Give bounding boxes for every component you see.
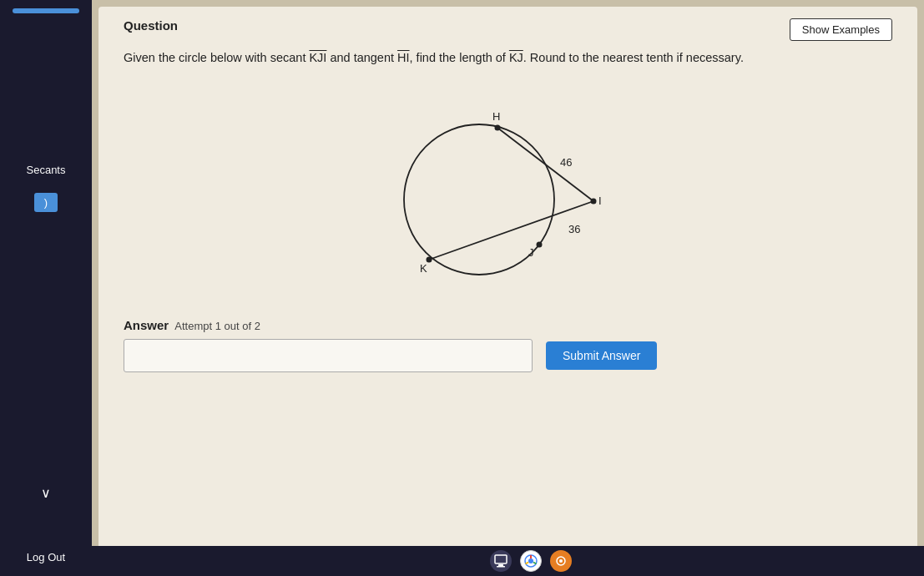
label-j: J <box>528 246 534 259</box>
diagram-area: H I J K 46 36 <box>124 76 892 310</box>
problem-mid1: and tangent <box>326 51 397 64</box>
header-row: Question Show Examples <box>124 18 892 41</box>
secant-label: KJI <box>309 51 326 64</box>
svg-point-16 <box>559 559 563 563</box>
svg-rect-8 <box>498 564 503 566</box>
sidebar: Secants ) ∨ Log Out <box>0 0 92 576</box>
problem-mid2: , find the length of <box>410 51 509 64</box>
answer-label: Answer Attempt 1 out of 2 <box>124 318 892 332</box>
label-k: K <box>420 262 427 275</box>
show-examples-button[interactable]: Show Examples <box>790 18 892 41</box>
taskbar: ⊞ Dec 2 1:40 <box>92 546 924 576</box>
logout-button[interactable]: Log Out <box>27 551 65 563</box>
taskbar-icons <box>490 550 572 572</box>
label-i: I <box>598 195 602 207</box>
label-h: H <box>492 110 500 123</box>
svg-rect-9 <box>497 566 505 568</box>
sidebar-item-secants[interactable]: Secants <box>27 164 66 176</box>
taskbar-settings-icon[interactable] <box>550 550 572 572</box>
chevron-down-icon[interactable]: ∨ <box>41 485 51 501</box>
content-area: Question Show Examples Given the circle … <box>98 7 917 559</box>
svg-rect-7 <box>495 555 507 563</box>
answer-input-row: Submit Answer <box>124 339 892 372</box>
svg-point-4 <box>590 198 596 204</box>
main-content: Question Show Examples Given the circle … <box>92 0 924 576</box>
taskbar-monitor-icon[interactable] <box>490 550 512 572</box>
svg-line-13 <box>526 563 529 564</box>
question-label: Question <box>124 18 178 33</box>
taskbar-chrome-icon[interactable] <box>520 550 542 572</box>
svg-line-14 <box>533 563 537 564</box>
tangent-label: HI <box>397 51 410 64</box>
answer-input[interactable] <box>124 339 533 372</box>
answer-section: Answer Attempt 1 out of 2 Submit Answer <box>124 318 892 372</box>
svg-point-11 <box>528 558 533 563</box>
sidebar-progress-bar <box>13 8 79 13</box>
problem-end: . Round to the nearest tenth if necessar… <box>523 51 744 64</box>
value-ji: 36 <box>568 223 580 235</box>
value-hi: 46 <box>560 156 572 169</box>
find-label: KJ <box>509 51 523 64</box>
sidebar-item-active[interactable]: ) <box>34 193 58 212</box>
attempt-text: Attempt 1 out of 2 <box>172 320 260 332</box>
svg-line-1 <box>497 128 593 201</box>
svg-point-3 <box>494 124 500 130</box>
submit-answer-button[interactable]: Submit Answer <box>546 341 657 370</box>
problem-text: Given the circle below with secant KJI a… <box>124 49 808 68</box>
problem-intro: Given the circle below with secant <box>124 51 309 64</box>
geometry-diagram: H I J K 46 36 <box>333 76 684 310</box>
svg-point-5 <box>536 241 542 247</box>
